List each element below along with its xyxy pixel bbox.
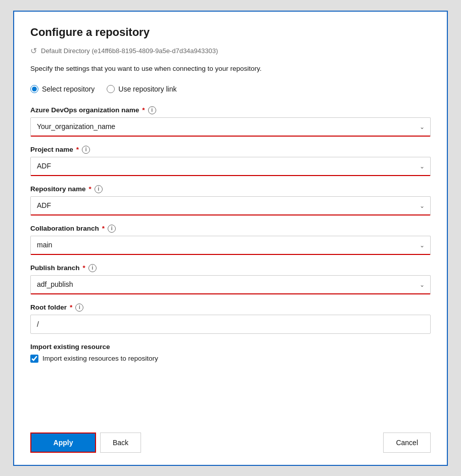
repo-name-required: * [89,185,91,193]
repo-name-group: Repository name * i ADF ⌄ [30,185,431,215]
import-existing-checkbox-label: Import existing resources to repository [42,355,158,362]
radio-select-repository[interactable]: Select repository [30,85,95,93]
root-folder-info-icon[interactable]: i [75,304,83,312]
apply-button[interactable]: Apply [30,432,96,453]
back-button[interactable]: Back [100,432,141,453]
collab-branch-select-wrapper: main ⌄ [30,236,431,255]
import-existing-checkbox-option[interactable]: Import existing resources to repository [30,355,431,363]
configure-repository-dialog: Configure a repository ↺ Default Directo… [13,11,448,466]
project-name-required: * [76,146,79,153]
collab-branch-required: * [102,225,105,232]
root-folder-required: * [70,304,72,311]
collab-branch-group: Collaboration branch * i main ⌄ [30,225,431,255]
publish-branch-select-wrapper: adf_publish ⌄ [30,275,431,294]
import-existing-resource-label: Import existing resource [30,343,431,351]
org-name-info-icon[interactable]: i [148,106,156,114]
project-name-select[interactable]: ADF [30,157,431,176]
publish-branch-required: * [83,264,85,272]
import-existing-checkbox[interactable] [30,355,38,363]
description-text: Specify the settings that you want to us… [30,64,431,74]
radio-select-repository-input[interactable] [30,85,38,93]
org-name-label: Azure DevOps organization name * i [30,106,431,114]
project-name-info-icon[interactable]: i [82,146,90,154]
radio-use-link-input[interactable] [107,85,115,93]
publish-branch-select[interactable]: adf_publish [30,275,431,294]
repo-name-select-wrapper: ADF ⌄ [30,196,431,215]
org-name-select-wrapper: Your_organization_name ⌄ [30,117,431,137]
directory-icon: ↺ [30,46,37,56]
project-name-select-wrapper: ADF ⌄ [30,157,431,176]
repo-name-select[interactable]: ADF [30,196,431,215]
project-name-label: Project name * i [30,146,431,154]
repo-name-label: Repository name * i [30,185,431,193]
collab-branch-info-icon[interactable]: i [108,225,116,233]
directory-row: ↺ Default Directory (e14ff6b8-8195-4809-… [30,46,431,56]
radio-use-link-label: Use repository link [118,85,176,93]
radio-select-repository-label: Select repository [42,85,95,93]
root-folder-group: Root folder * i [30,304,431,334]
publish-branch-label: Publish branch * i [30,264,431,272]
root-folder-label: Root folder * i [30,304,431,312]
project-name-group: Project name * i ADF ⌄ [30,146,431,176]
footer-buttons: Apply Back Cancel [30,424,431,453]
publish-branch-info-icon[interactable]: i [88,264,97,272]
root-folder-input[interactable] [30,315,431,334]
org-name-select[interactable]: Your_organization_name [30,117,431,137]
cancel-button[interactable]: Cancel [383,432,431,453]
radio-use-link[interactable]: Use repository link [107,85,176,93]
collab-branch-label: Collaboration branch * i [30,225,431,233]
import-existing-resource-group: Import existing resource Import existing… [30,343,431,363]
repo-type-radio-group: Select repository Use repository link [30,85,431,93]
org-name-group: Azure DevOps organization name * i Your_… [30,106,431,137]
repo-name-info-icon[interactable]: i [95,185,103,193]
publish-branch-group: Publish branch * i adf_publish ⌄ [30,264,431,294]
org-name-required: * [142,106,145,114]
collab-branch-select[interactable]: main [30,236,431,255]
directory-label: Default Directory (e14ff6b8-8195-4809-9a… [41,47,218,55]
dialog-title: Configure a repository [30,26,431,39]
